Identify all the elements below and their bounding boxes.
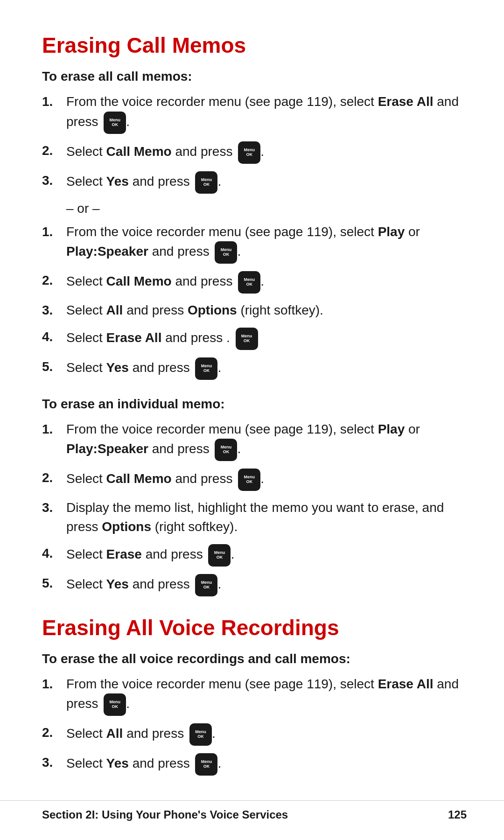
menu-ok-icon: Menu OK — [195, 171, 217, 194]
list-content: Select Yes and press Menu OK. — [66, 357, 467, 380]
list-item: 5. Select Yes and press Menu OK. — [42, 574, 467, 596]
footer-section-label: Section 2I: Using Your Phone's Voice Ser… — [42, 808, 288, 821]
list-num: 1. — [42, 92, 66, 112]
list-content: Select Yes and press Menu OK. — [66, 171, 467, 194]
menu-ok-icon: Menu OK — [208, 544, 231, 567]
menu-ok-icon: Menu OK — [195, 357, 217, 380]
section1-erase-all: To erase all call memos: 1. From the voi… — [42, 69, 467, 380]
list-num: 1. — [42, 420, 66, 439]
menu-ok-icon: Menu OK — [195, 753, 217, 776]
menu-ok-icon: Menu OK — [104, 112, 126, 134]
section2-subsection-header: To erase the all voice recordings and ca… — [42, 651, 467, 666]
page-container: Erasing Call Memos To erase all call mem… — [0, 0, 504, 820]
list-num: 4. — [42, 328, 66, 347]
list-content: Select Call Memo and press Menu OK. — [66, 141, 467, 164]
individual-memo-list: 1. From the voice recorder menu (see pag… — [42, 420, 467, 596]
erase-all-list: 1. From the voice recorder menu (see pag… — [42, 92, 467, 194]
list-item: 3. Select All and press Options (right s… — [42, 301, 467, 320]
list-num: 5. — [42, 574, 66, 593]
list-num: 5. — [42, 357, 66, 377]
list-num: 2. — [42, 141, 66, 161]
erase-all-list2: 1. From the voice recorder menu (see pag… — [42, 223, 467, 380]
list-item: 5. Select Yes and press Menu OK. — [42, 357, 467, 380]
list-content: Select Yes and press Menu OK. — [66, 753, 467, 776]
list-item: 1. From the voice recorder menu (see pag… — [42, 420, 467, 462]
menu-ok-icon: Menu OK — [238, 469, 260, 491]
list-content: From the voice recorder menu (see page 1… — [66, 420, 467, 462]
list-num: 2. — [42, 271, 66, 290]
subsection2-header: To erase an individual memo: — [42, 397, 467, 412]
list-num: 3. — [42, 753, 66, 772]
list-item: 2. Select Call Memo and press Menu OK. — [42, 141, 467, 164]
list-content: Select All and press Options (right soft… — [66, 301, 467, 320]
list-num: 4. — [42, 544, 66, 563]
list-content: Select Yes and press Menu OK. — [66, 574, 467, 596]
list-item: 2. Select Call Memo and press Menu OK. — [42, 271, 467, 294]
menu-ok-icon: Menu OK — [195, 574, 217, 596]
list-item: 3. Select Yes and press Menu OK. — [42, 753, 467, 776]
list-item: 1. From the voice recorder menu (see pag… — [42, 675, 467, 716]
list-item: 4. Select Erase All and press . Menu OK — [42, 328, 467, 350]
menu-ok-icon: Menu OK — [236, 328, 258, 350]
list-item: 3. Select Yes and press Menu OK. — [42, 171, 467, 194]
menu-ok-icon: Menu OK — [104, 693, 126, 716]
list-item: 4. Select Erase and press Menu OK. — [42, 544, 467, 567]
list-num: 3. — [42, 171, 66, 190]
voice-recordings-list: 1. From the voice recorder menu (see pag… — [42, 675, 467, 776]
section2: Erasing All Voice Recordings To erase th… — [42, 615, 467, 776]
subsection1-header: To erase all call memos: — [42, 69, 467, 84]
list-num: 3. — [42, 301, 66, 320]
or-separator: – or – — [66, 201, 467, 216]
list-content: Select All and press Menu OK. — [66, 723, 467, 746]
menu-ok-icon: Menu OK — [238, 271, 260, 294]
list-num: 1. — [42, 223, 66, 242]
section1-title: Erasing Call Memos — [42, 33, 467, 58]
list-content: Select Erase All and press . Menu OK — [66, 328, 467, 350]
section2-title: Erasing All Voice Recordings — [42, 615, 467, 640]
list-content: Select Erase and press Menu OK. — [66, 544, 467, 567]
list-content: Display the memo list, highlight the mem… — [66, 498, 467, 536]
menu-ok-icon: Menu OK — [215, 439, 237, 461]
menu-ok-icon: Menu OK — [238, 141, 260, 164]
list-content: From the voice recorder menu (see page 1… — [66, 675, 467, 716]
list-content: Select Call Memo and press Menu OK. — [66, 469, 467, 491]
list-item: 2. Select All and press Menu OK. — [42, 723, 467, 746]
list-item: 1. From the voice recorder menu (see pag… — [42, 92, 467, 134]
footer: Section 2I: Using Your Phone's Voice Ser… — [0, 800, 504, 821]
list-item: 2. Select Call Memo and press Menu OK. — [42, 469, 467, 491]
list-num: 2. — [42, 723, 66, 742]
list-item: 3. Display the memo list, highlight the … — [42, 498, 467, 536]
menu-ok-icon: Menu OK — [215, 241, 237, 264]
list-content: From the voice recorder menu (see page 1… — [66, 223, 467, 264]
list-num: 3. — [42, 498, 66, 518]
list-num: 2. — [42, 469, 66, 488]
list-content: From the voice recorder menu (see page 1… — [66, 92, 467, 134]
section1-individual: To erase an individual memo: 1. From the… — [42, 397, 467, 596]
list-num: 1. — [42, 675, 66, 694]
list-content: Select Call Memo and press Menu OK. — [66, 271, 467, 294]
list-item: 1. From the voice recorder menu (see pag… — [42, 223, 467, 264]
footer-page-number: 125 — [448, 808, 467, 821]
menu-ok-icon: Menu OK — [189, 723, 212, 746]
